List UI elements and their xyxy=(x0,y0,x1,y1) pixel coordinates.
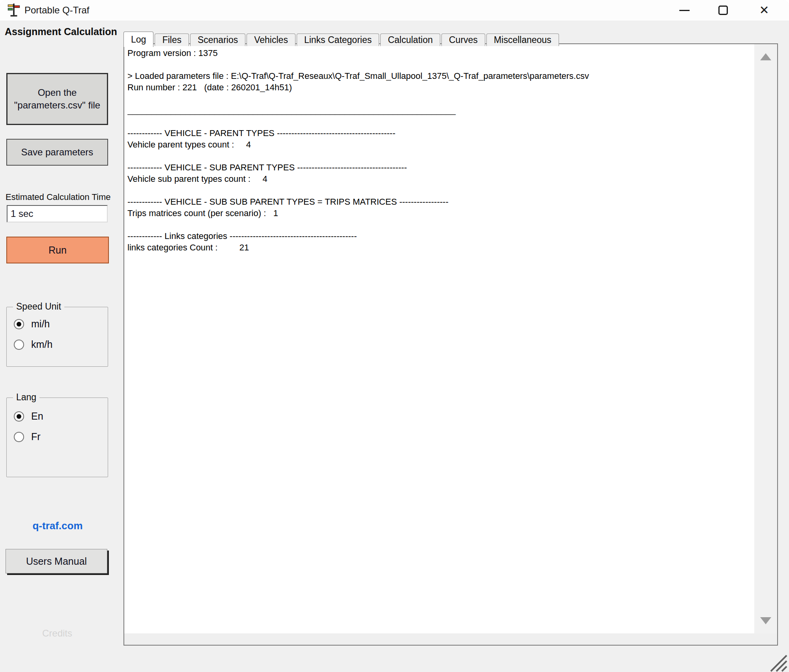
titlebar: Portable Q-Traf ✕ xyxy=(0,0,789,21)
credits-label: Credits xyxy=(0,628,114,639)
scroll-down-icon xyxy=(760,617,771,624)
log-text: Program version : 1375 > Loaded paramete… xyxy=(127,47,748,629)
lang-legend: Lang xyxy=(13,392,39,403)
tab-files[interactable]: Files xyxy=(155,34,189,46)
scroll-up-icon xyxy=(760,53,771,60)
radio-en-icon xyxy=(14,411,24,422)
radio-km-h-icon xyxy=(14,340,24,350)
speed-unit-legend: Speed Unit xyxy=(13,301,64,312)
maximize-button[interactable] xyxy=(711,2,735,19)
window-title: Portable Q-Traf xyxy=(24,5,90,16)
radio-fr[interactable]: Fr xyxy=(14,431,41,442)
app-window: Portable Q-Traf ✕ Assignment Calculation… xyxy=(0,0,789,672)
tab-links-categories[interactable]: Links Categories xyxy=(297,34,379,46)
scroll-down-button[interactable] xyxy=(754,610,777,631)
qtraf-website-link[interactable]: q-traf.com xyxy=(0,520,115,532)
save-parameters-button[interactable]: Save parameters xyxy=(6,139,108,166)
open-parameters-button[interactable]: Open the "parameters.csv" file xyxy=(6,73,108,125)
close-icon: ✕ xyxy=(759,4,769,16)
radio-mi-h-icon xyxy=(14,319,24,329)
tabstrip: Log Files Scenarios Vehicles Links Categ… xyxy=(123,32,560,46)
calc-time-label: Estimated Calculation Time xyxy=(6,192,111,202)
maximize-icon xyxy=(718,6,728,15)
resize-grip-icon[interactable] xyxy=(766,651,787,672)
page-title: Assignment Calculation xyxy=(5,26,117,37)
vertical-scrollbar[interactable] xyxy=(754,44,777,633)
tab-calculation[interactable]: Calculation xyxy=(380,34,440,46)
tab-vehicles[interactable]: Vehicles xyxy=(247,34,295,46)
speed-unit-group: Speed Unit mi/h km/h xyxy=(6,307,108,367)
radio-km-h[interactable]: km/h xyxy=(14,339,52,350)
minimize-icon xyxy=(679,10,690,11)
run-button[interactable]: Run xyxy=(6,237,109,263)
close-button[interactable]: ✕ xyxy=(752,2,776,19)
tab-scenarios[interactable]: Scenarios xyxy=(190,34,245,46)
radio-en[interactable]: En xyxy=(14,411,43,422)
radio-mi-h[interactable]: mi/h xyxy=(14,318,50,330)
users-manual-button[interactable]: Users Manual xyxy=(6,549,107,573)
tab-curves[interactable]: Curves xyxy=(441,34,485,46)
log-bottom-strip xyxy=(124,633,777,645)
lang-group: Lang En Fr xyxy=(6,398,108,477)
tab-log[interactable]: Log xyxy=(123,32,153,47)
minimize-button[interactable] xyxy=(672,2,697,19)
calc-time-input[interactable] xyxy=(7,205,108,222)
tab-miscellaneous[interactable]: Miscellaneous xyxy=(486,34,559,46)
scroll-up-button[interactable] xyxy=(754,47,777,67)
log-panel: Program version : 1375 > Loaded paramete… xyxy=(123,43,778,646)
app-logo-icon xyxy=(7,3,21,17)
radio-fr-icon xyxy=(14,432,24,442)
